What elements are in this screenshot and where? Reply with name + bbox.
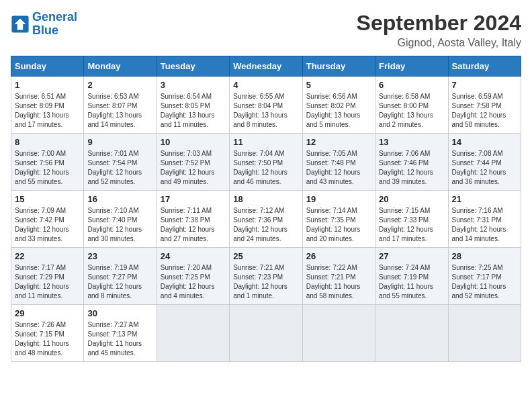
day-number: 2 (87, 80, 152, 90)
day-number: 6 (379, 80, 444, 90)
day-info: Sunrise: 6:56 AM Sunset: 8:02 PM Dayligh… (306, 92, 371, 130)
day-info: Sunrise: 7:14 AM Sunset: 7:35 PM Dayligh… (306, 206, 371, 244)
day-info: Sunrise: 7:24 AM Sunset: 7:19 PM Dayligh… (379, 263, 444, 301)
day-info: Sunrise: 7:11 AM Sunset: 7:38 PM Dayligh… (161, 206, 226, 244)
col-header-monday: Monday (84, 56, 157, 77)
calendar-cell: 1 Sunrise: 6:51 AM Sunset: 8:09 PM Dayli… (11, 77, 84, 134)
calendar-cell: 10 Sunrise: 7:03 AM Sunset: 7:52 PM Dayl… (157, 134, 229, 191)
calendar-cell: 30 Sunrise: 7:27 AM Sunset: 7:13 PM Dayl… (84, 305, 157, 362)
calendar-cell: 4 Sunrise: 6:55 AM Sunset: 8:04 PM Dayli… (230, 77, 302, 134)
calendar-cell: 23 Sunrise: 7:19 AM Sunset: 7:27 PM Dayl… (84, 248, 157, 305)
day-info: Sunrise: 6:54 AM Sunset: 8:05 PM Dayligh… (161, 92, 226, 130)
day-info: Sunrise: 7:08 AM Sunset: 7:44 PM Dayligh… (452, 149, 517, 187)
day-info: Sunrise: 7:17 AM Sunset: 7:29 PM Dayligh… (15, 263, 80, 301)
day-info: Sunrise: 7:01 AM Sunset: 7:54 PM Dayligh… (87, 149, 152, 187)
day-number: 12 (306, 137, 371, 147)
month-title: September 2024 (357, 11, 521, 36)
calendar-week-row: 29 Sunrise: 7:26 AM Sunset: 7:15 PM Dayl… (11, 305, 521, 362)
day-number: 24 (161, 251, 226, 261)
day-number: 27 (379, 251, 444, 261)
calendar-cell: 29 Sunrise: 7:26 AM Sunset: 7:15 PM Dayl… (11, 305, 84, 362)
day-info: Sunrise: 7:21 AM Sunset: 7:23 PM Dayligh… (233, 263, 298, 301)
day-number: 25 (233, 251, 298, 261)
calendar-cell: 28 Sunrise: 7:25 AM Sunset: 7:17 PM Dayl… (448, 248, 521, 305)
day-number: 11 (233, 137, 298, 147)
calendar-cell: 25 Sunrise: 7:21 AM Sunset: 7:23 PM Dayl… (230, 248, 302, 305)
logo-general: General (32, 10, 77, 24)
calendar-cell: 5 Sunrise: 6:56 AM Sunset: 8:02 PM Dayli… (302, 77, 375, 134)
calendar-cell: 20 Sunrise: 7:15 AM Sunset: 7:33 PM Dayl… (375, 191, 448, 248)
day-info: Sunrise: 7:15 AM Sunset: 7:33 PM Dayligh… (379, 206, 444, 244)
title-area: September 2024 Gignod, Aosta Valley, Ita… (357, 11, 521, 49)
col-header-thursday: Thursday (302, 56, 375, 77)
calendar-week-row: 1 Sunrise: 6:51 AM Sunset: 8:09 PM Dayli… (11, 77, 521, 134)
calendar-week-row: 15 Sunrise: 7:09 AM Sunset: 7:42 PM Dayl… (11, 191, 521, 248)
calendar-cell: 11 Sunrise: 7:04 AM Sunset: 7:50 PM Dayl… (230, 134, 302, 191)
day-number: 23 (87, 251, 152, 261)
calendar-cell: 3 Sunrise: 6:54 AM Sunset: 8:05 PM Dayli… (157, 77, 229, 134)
day-number: 22 (15, 251, 80, 261)
logo-text: General Blue (32, 11, 77, 38)
logo-blue: Blue (32, 24, 58, 37)
day-number: 19 (306, 194, 371, 204)
day-number: 16 (87, 194, 152, 204)
calendar-cell: 9 Sunrise: 7:01 AM Sunset: 7:54 PM Dayli… (84, 134, 157, 191)
calendar-cell (448, 305, 521, 362)
col-header-saturday: Saturday (448, 56, 521, 77)
col-header-tuesday: Tuesday (157, 56, 229, 77)
day-number: 21 (452, 194, 517, 204)
col-header-sunday: Sunday (11, 56, 84, 77)
day-number: 13 (379, 137, 444, 147)
day-info: Sunrise: 7:25 AM Sunset: 7:17 PM Dayligh… (452, 263, 517, 301)
calendar-cell: 6 Sunrise: 6:58 AM Sunset: 8:00 PM Dayli… (375, 77, 448, 134)
day-info: Sunrise: 7:05 AM Sunset: 7:48 PM Dayligh… (306, 149, 371, 187)
day-number: 10 (161, 137, 226, 147)
calendar-header-row: SundayMondayTuesdayWednesdayThursdayFrid… (11, 56, 521, 77)
location-title: Gignod, Aosta Valley, Italy (357, 37, 521, 49)
calendar-cell: 18 Sunrise: 7:12 AM Sunset: 7:36 PM Dayl… (230, 191, 302, 248)
day-info: Sunrise: 6:53 AM Sunset: 8:07 PM Dayligh… (87, 92, 152, 130)
calendar-cell: 27 Sunrise: 7:24 AM Sunset: 7:19 PM Dayl… (375, 248, 448, 305)
calendar-cell: 15 Sunrise: 7:09 AM Sunset: 7:42 PM Dayl… (11, 191, 84, 248)
day-info: Sunrise: 7:06 AM Sunset: 7:46 PM Dayligh… (379, 149, 444, 187)
col-header-friday: Friday (375, 56, 448, 77)
day-number: 26 (306, 251, 371, 261)
calendar-cell: 19 Sunrise: 7:14 AM Sunset: 7:35 PM Dayl… (302, 191, 375, 248)
day-info: Sunrise: 7:22 AM Sunset: 7:21 PM Dayligh… (306, 263, 371, 301)
day-info: Sunrise: 7:26 AM Sunset: 7:15 PM Dayligh… (15, 320, 80, 358)
calendar-cell: 22 Sunrise: 7:17 AM Sunset: 7:29 PM Dayl… (11, 248, 84, 305)
day-info: Sunrise: 7:12 AM Sunset: 7:36 PM Dayligh… (233, 206, 298, 244)
calendar-cell: 8 Sunrise: 7:00 AM Sunset: 7:56 PM Dayli… (11, 134, 84, 191)
day-info: Sunrise: 6:59 AM Sunset: 7:58 PM Dayligh… (452, 92, 517, 130)
day-info: Sunrise: 7:16 AM Sunset: 7:31 PM Dayligh… (452, 206, 517, 244)
day-number: 17 (161, 194, 226, 204)
day-number: 3 (161, 80, 226, 90)
day-number: 9 (87, 137, 152, 147)
day-number: 7 (452, 80, 517, 90)
calendar-cell: 2 Sunrise: 6:53 AM Sunset: 8:07 PM Dayli… (84, 77, 157, 134)
day-info: Sunrise: 7:00 AM Sunset: 7:56 PM Dayligh… (15, 149, 80, 187)
day-info: Sunrise: 6:51 AM Sunset: 8:09 PM Dayligh… (15, 92, 80, 130)
day-number: 5 (306, 80, 371, 90)
day-info: Sunrise: 7:10 AM Sunset: 7:40 PM Dayligh… (87, 206, 152, 244)
calendar-table: SundayMondayTuesdayWednesdayThursdayFrid… (11, 56, 521, 362)
calendar-cell: 12 Sunrise: 7:05 AM Sunset: 7:48 PM Dayl… (302, 134, 375, 191)
day-number: 29 (15, 308, 80, 318)
logo-icon (11, 15, 30, 34)
day-number: 14 (452, 137, 517, 147)
calendar-week-row: 22 Sunrise: 7:17 AM Sunset: 7:29 PM Dayl… (11, 248, 521, 305)
day-number: 30 (87, 308, 152, 318)
header-area: General Blue September 2024 Gignod, Aost… (11, 11, 521, 49)
day-info: Sunrise: 7:03 AM Sunset: 7:52 PM Dayligh… (161, 149, 226, 187)
day-number: 18 (233, 194, 298, 204)
logo: General Blue (11, 11, 77, 38)
calendar-cell: 16 Sunrise: 7:10 AM Sunset: 7:40 PM Dayl… (84, 191, 157, 248)
calendar-cell (157, 305, 229, 362)
calendar-cell: 14 Sunrise: 7:08 AM Sunset: 7:44 PM Dayl… (448, 134, 521, 191)
col-header-wednesday: Wednesday (230, 56, 302, 77)
calendar-cell: 13 Sunrise: 7:06 AM Sunset: 7:46 PM Dayl… (375, 134, 448, 191)
day-number: 28 (452, 251, 517, 261)
calendar-cell (302, 305, 375, 362)
day-info: Sunrise: 7:20 AM Sunset: 7:25 PM Dayligh… (161, 263, 226, 301)
calendar-cell (230, 305, 302, 362)
